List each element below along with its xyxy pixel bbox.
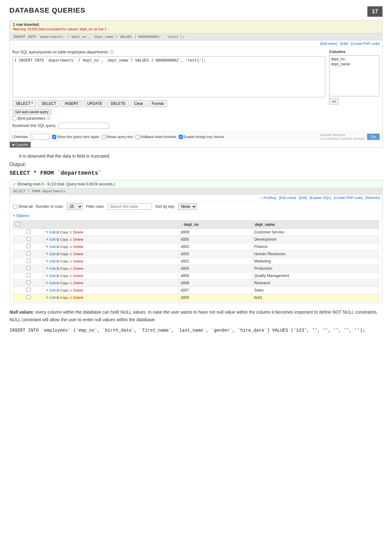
- bookmark-input[interactable]: [58, 123, 109, 129]
- rows-per-page-select[interactable]: 25 50 100: [67, 203, 83, 210]
- edit-row-link[interactable]: ✎ Edit: [46, 281, 56, 285]
- results-edit-link[interactable]: [Edit]: [299, 196, 307, 200]
- sort-arrows-dept-no[interactable]: ↕: [181, 223, 183, 226]
- delete-button[interactable]: DELETE: [107, 100, 129, 107]
- delete-row-link[interactable]: ⚠ Delete: [69, 281, 83, 285]
- column-item-dept-no[interactable]: dept_no: [330, 57, 378, 62]
- console-bar[interactable]: ■ Console: [10, 142, 31, 148]
- row-checkbox[interactable]: [27, 280, 31, 285]
- retain-query-checkbox[interactable]: [102, 135, 106, 139]
- columns-list[interactable]: dept_no dept_name: [329, 55, 380, 96]
- copy-row-link[interactable]: ⧉ Copy: [57, 259, 68, 263]
- dept-name-cell: Production: [252, 265, 379, 272]
- sort-by-select[interactable]: None: [178, 203, 197, 210]
- results-table-wrapper: ↕ dept_no dept_name ✎ Edit ⧉ Copy ⚠ Del: [10, 219, 382, 303]
- edit-link[interactable]: [Edit]: [340, 42, 348, 45]
- row-checkbox[interactable]: [27, 273, 31, 277]
- table-row: ✎ Edit ⧉ Copy ⚠ Delete d000test1: [13, 294, 379, 301]
- get-autosave-button[interactable]: Get auto-saved query: [12, 109, 51, 115]
- select-star-button[interactable]: SELECT *: [12, 100, 36, 107]
- row-checkbox[interactable]: [27, 266, 31, 270]
- dept-name-cell: Quality Management: [252, 272, 379, 280]
- sql-textarea[interactable]: [12, 56, 325, 97]
- edit-row-link[interactable]: ✎ Edit: [46, 267, 56, 271]
- table-row: ✎ Edit ⧉ Copy ⚠ Delete d003Human Resourc…: [13, 250, 379, 258]
- delete-row-link[interactable]: ⚠ Delete: [69, 267, 83, 271]
- edit-row-link[interactable]: ✎ Edit: [46, 259, 56, 263]
- profiling-link[interactable]: □ Profiling: [261, 196, 276, 200]
- foreign-key-checkbox[interactable]: [179, 135, 183, 139]
- create-php-link[interactable]: [Create PHP code]: [351, 42, 380, 45]
- go-button[interactable]: Go: [367, 134, 380, 140]
- bookmark-label: Bookmark this SQL query:: [12, 123, 57, 128]
- row-checkbox[interactable]: [27, 251, 31, 256]
- copy-row-link[interactable]: ⧉ Copy: [57, 245, 68, 249]
- insert-code: INSERT INTO `employees` (`emp_no`, `birt…: [9, 327, 383, 334]
- notice-warning: Warning: #1265 Data truncated for column…: [13, 27, 106, 31]
- row-checkbox[interactable]: [27, 295, 31, 299]
- results-query-bar: SELECT * FROM departments: [10, 188, 382, 195]
- edit-row-link[interactable]: ✎ Edit: [46, 296, 56, 300]
- edit-row-link[interactable]: ✎ Edit: [46, 245, 56, 249]
- row-actions-cell: ✎ Edit ⧉ Copy ⚠ Delete: [44, 250, 179, 258]
- rollback-checkbox[interactable]: [136, 135, 140, 139]
- show-all-checkbox[interactable]: [13, 205, 17, 209]
- select-button[interactable]: SELECT: [38, 100, 60, 107]
- col-header-dept-no[interactable]: ↕ dept_no: [179, 221, 252, 229]
- edit-inline-link[interactable]: [Edit inline]: [320, 42, 337, 45]
- copy-row-link[interactable]: ⧉ Copy: [57, 274, 68, 278]
- edit-row-link[interactable]: ✎ Edit: [46, 288, 56, 292]
- sql-autosave: Get auto-saved query: [12, 109, 325, 115]
- row-actions-cell: ✎ Edit ⧉ Copy ⚠ Delete: [44, 229, 179, 236]
- edit-row-link[interactable]: ✎ Edit: [46, 230, 56, 234]
- delete-row-link[interactable]: ⚠ Delete: [69, 230, 83, 234]
- edit-row-link[interactable]: ✎ Edit: [46, 238, 56, 242]
- row-checkbox[interactable]: [27, 237, 31, 241]
- select-all-checkbox[interactable]: [16, 222, 20, 226]
- delete-row-link[interactable]: ⚠ Delete: [69, 288, 83, 292]
- delete-row-link[interactable]: ⚠ Delete: [69, 252, 83, 256]
- row-checkbox[interactable]: [27, 230, 31, 234]
- copy-row-link[interactable]: ⧉ Copy: [57, 230, 68, 234]
- search-input[interactable]: [108, 203, 152, 210]
- results-edit-inline-link[interactable]: [Edit inline]: [279, 196, 296, 200]
- nav-arrow-button[interactable]: <<: [329, 98, 339, 105]
- delete-row-link[interactable]: ⚠ Delete: [69, 296, 83, 300]
- format-button[interactable]: Format: [148, 100, 167, 107]
- bind-parameters-checkbox[interactable]: [12, 116, 16, 120]
- copy-row-link[interactable]: ⧉ Copy: [57, 252, 68, 256]
- delete-row-link[interactable]: ⚠ Delete: [69, 245, 83, 249]
- delete-row-link[interactable]: ⚠ Delete: [69, 274, 83, 278]
- delimiter-input[interactable]: [31, 134, 50, 140]
- results-refresh-link[interactable]: [Refresh]: [365, 196, 380, 200]
- update-button[interactable]: UPDATE: [84, 100, 106, 107]
- options-link[interactable]: + Options: [13, 214, 29, 218]
- row-checkbox[interactable]: [27, 288, 31, 292]
- explain-sql-link[interactable]: [Explain SQL]: [310, 196, 331, 200]
- options-row: + Options: [10, 212, 382, 219]
- col-header-dept-name[interactable]: dept_name: [252, 221, 379, 229]
- copy-row-link[interactable]: ⧉ Copy: [57, 238, 68, 242]
- clear-button[interactable]: Clear: [130, 100, 147, 107]
- dept-no-cell: d009: [179, 229, 252, 236]
- column-item-dept-name[interactable]: dept_name: [330, 62, 378, 67]
- sql-editor-label: Run SQL query/queries on table employees…: [12, 50, 325, 55]
- edit-row-link[interactable]: ✎ Edit: [46, 274, 56, 278]
- copy-row-link[interactable]: ⧉ Copy: [57, 267, 68, 271]
- results-create-php-link[interactable]: [Create PHP code]: [334, 196, 363, 200]
- delete-row-link[interactable]: ⚠ Delete: [69, 238, 83, 242]
- edit-row-link[interactable]: ✎ Edit: [46, 252, 56, 256]
- row-checkbox[interactable]: [27, 244, 31, 248]
- copy-row-link[interactable]: ⧉ Copy: [57, 281, 68, 285]
- dept-no-cell: d002: [179, 243, 252, 250]
- row-checkbox[interactable]: [27, 259, 31, 263]
- dept-no-cell: d006: [179, 272, 252, 280]
- show-query-label: Show this query here again: [52, 135, 99, 139]
- dept-name-cell: Research: [252, 280, 379, 287]
- show-query-checkbox[interactable]: [52, 135, 56, 139]
- insert-button[interactable]: INSERT: [61, 100, 82, 107]
- page-title: DATABASE QUERIES: [9, 6, 383, 15]
- delete-row-link[interactable]: ⚠ Delete: [69, 259, 83, 263]
- copy-row-link[interactable]: ⧉ Copy: [57, 296, 68, 300]
- copy-row-link[interactable]: ⧉ Copy: [57, 288, 68, 292]
